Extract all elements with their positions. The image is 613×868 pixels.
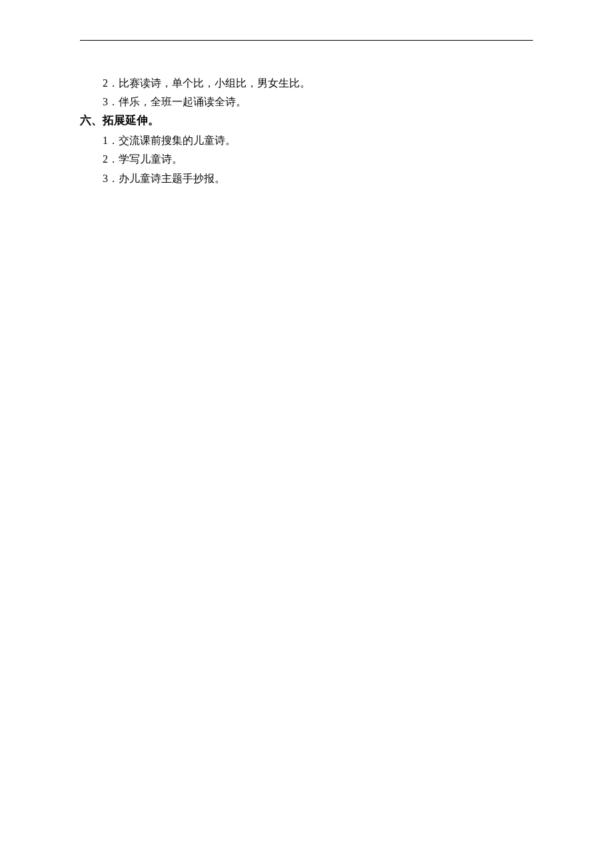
list-item: 2．学写儿童诗。: [80, 150, 533, 168]
list-item: 2．比赛读诗，单个比，小组比，男女生比。: [80, 74, 533, 92]
header-rule: [80, 40, 533, 41]
list-item: 3．伴乐，全班一起诵读全诗。: [80, 93, 533, 111]
page-container: 2．比赛读诗，单个比，小组比，男女生比。 3．伴乐，全班一起诵读全诗。 六、拓展…: [0, 0, 613, 187]
section-heading: 六、拓展延伸。: [80, 111, 533, 131]
list-item: 3．办儿童诗主题手抄报。: [80, 169, 533, 187]
list-item: 1．交流课前搜集的儿童诗。: [80, 131, 533, 149]
document-content: 2．比赛读诗，单个比，小组比，男女生比。 3．伴乐，全班一起诵读全诗。 六、拓展…: [80, 74, 533, 187]
